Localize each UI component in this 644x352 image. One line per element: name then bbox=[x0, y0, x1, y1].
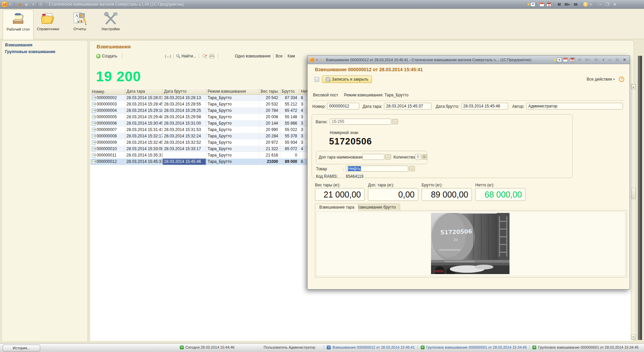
tab-reports[interactable]: A Отчеты bbox=[68, 10, 92, 39]
calendar-icon[interactable]: 31 bbox=[546, 2, 551, 7]
brutto-date-field[interactable]: 28.03.2014 15:45:46 bbox=[461, 103, 508, 109]
column-header[interactable]: Дата брутто bbox=[163, 88, 206, 95]
wagon-field[interactable]: 15-255 bbox=[330, 119, 391, 125]
table-row[interactable]: 000000009 28.03.2014 15:32:45 28.03.2014… bbox=[91, 139, 314, 146]
status-link[interactable]: i Групповое взвешивание 000000001 от 28.… bbox=[418, 345, 530, 349]
save-close-button[interactable]: Записать и закрыть bbox=[322, 76, 372, 83]
memory-m-button[interactable]: M bbox=[555, 1, 562, 8]
dialog-menu-chevron-icon[interactable]: ▾ bbox=[314, 56, 320, 63]
all-actions-button[interactable]: Все действия bbox=[587, 77, 615, 82]
column-header[interactable]: Брутто bbox=[280, 88, 300, 95]
status-link[interactable]: i Взвешивание 000000012 от 28.03.2014 15… bbox=[324, 345, 417, 349]
save-icon[interactable] bbox=[314, 77, 319, 82]
dialog-favorite-star-icon[interactable]: ★ bbox=[320, 56, 323, 63]
main-menu-chevron-icon[interactable]: ▾ bbox=[7, 1, 13, 8]
side-splitter[interactable] bbox=[638, 56, 642, 340]
qty-calc-icon[interactable] bbox=[422, 154, 427, 160]
column-header[interactable]: Номер bbox=[91, 88, 125, 95]
add-favorite-icon[interactable]: ★ bbox=[553, 56, 557, 63]
calculator-icon[interactable] bbox=[539, 2, 544, 7]
table-row[interactable]: 000000010 28.03.2014 15:33:08 28.03.2014… bbox=[91, 146, 314, 152]
print-list-icon[interactable] bbox=[209, 54, 215, 59]
dop-tara-field[interactable] bbox=[362, 154, 384, 160]
mode-one-weighing[interactable]: Одно взвешивание bbox=[235, 54, 271, 58]
close-button[interactable]: ✕ bbox=[611, 1, 619, 8]
more-chevron-icon[interactable]: ▾ bbox=[601, 56, 606, 63]
dialog-maximize-button[interactable]: □ bbox=[613, 56, 621, 63]
wagon-select-button[interactable] bbox=[392, 119, 398, 124]
info-chevron-icon[interactable]: ▾ bbox=[588, 1, 593, 8]
list-toolbar: + Создать (↔) Найти... bbox=[96, 52, 220, 60]
minimize-button[interactable]: – bbox=[596, 1, 604, 8]
column-header[interactable]: Дата тара bbox=[125, 88, 163, 95]
scrollbar-thumb[interactable] bbox=[631, 188, 636, 199]
ramis-value: 65464119 bbox=[346, 174, 364, 179]
scroll-up-icon[interactable]: ▲ bbox=[631, 84, 636, 89]
dialog-command-bar: Записать и закрыть Все действия ? bbox=[314, 75, 624, 83]
add-favorite-icon[interactable]: ★ bbox=[527, 1, 531, 8]
tara-date-field[interactable]: 28.03.2014 15:45:37 bbox=[384, 103, 432, 109]
mode-all[interactable]: Все bbox=[276, 54, 283, 58]
cell-mode: Тара_Брутто bbox=[206, 107, 259, 114]
brutto-weight-label: Брутто (кг): bbox=[422, 183, 442, 187]
table-row[interactable]: 000000002 28.03.2014 15:28:01 28.03.2014… bbox=[91, 95, 314, 101]
find-button[interactable]: Найти... bbox=[176, 54, 196, 58]
table-row[interactable]: 000000011 28.03.2014 15:35:31 Тара_Брутт… bbox=[91, 152, 314, 159]
dop-tara-weight-label: Доп. тара (кг): bbox=[368, 183, 394, 187]
sidebar-item-weighings[interactable]: Взвешивания bbox=[5, 43, 88, 47]
calculator-icon[interactable] bbox=[563, 57, 568, 62]
column-header[interactable]: Вес тары bbox=[259, 88, 280, 95]
nav-history-chevron-icon[interactable]: ▾ bbox=[31, 1, 36, 8]
table-row[interactable]: 000000004 28.03.2014 15:29:18 28.03.2014… bbox=[91, 107, 314, 114]
tovar-field[interactable]: Нефть bbox=[346, 166, 408, 172]
author-field[interactable]: Администратор bbox=[526, 103, 623, 109]
tab-weighing-tara[interactable]: Взвешивание тара bbox=[315, 204, 359, 211]
scroll-down-icon[interactable]: ▼ bbox=[631, 335, 636, 340]
column-header[interactable]: Режим взвешивания bbox=[206, 88, 259, 95]
clear-search-icon[interactable] bbox=[202, 54, 208, 59]
tovar-select-button[interactable] bbox=[409, 166, 415, 171]
document-icon bbox=[92, 134, 96, 138]
main-vertical-scrollbar[interactable]: ▲ ▼ bbox=[631, 84, 636, 340]
table-body: 000000002 28.03.2014 15:28:01 28.03.2014… bbox=[91, 95, 314, 165]
qty-field[interactable]: 0 bbox=[415, 154, 421, 160]
cell-tara-weight: 20 784 bbox=[259, 107, 280, 114]
table-row[interactable]: 000000012 28.03.2014 15:45:37 28.03.2014… bbox=[91, 159, 314, 165]
calendar-icon[interactable]: 31 bbox=[570, 57, 575, 62]
help-button[interactable]: ? bbox=[619, 77, 624, 82]
tools-icon bbox=[103, 11, 118, 26]
info-icon[interactable]: i bbox=[583, 2, 588, 7]
fit-columns-button[interactable]: (↔) bbox=[165, 54, 171, 58]
cell-brutto-date: 28.03.2014 15:29:58 bbox=[163, 114, 206, 120]
selected-text: Нефть bbox=[348, 166, 361, 171]
nav-forward-button[interactable]: ▶ bbox=[23, 1, 31, 8]
favorites-star-icon[interactable]: ☆ bbox=[39, 1, 43, 8]
tab-settings[interactable]: Настройки bbox=[97, 10, 125, 39]
dop-tara-select-button[interactable] bbox=[385, 154, 391, 160]
nav-back-button[interactable]: ◀ bbox=[16, 1, 23, 8]
memory-mminus-button[interactable]: M- bbox=[572, 1, 580, 8]
table-row[interactable]: 000000006 28.03.2014 15:30:45 28.03.2014… bbox=[91, 120, 314, 127]
sidebar-item-group-weighings[interactable]: Групповые взвешивания bbox=[5, 49, 88, 54]
memory-mminus-button[interactable]: M- bbox=[592, 56, 601, 63]
memory-m-button[interactable]: M bbox=[576, 56, 583, 63]
memory-mplus-button[interactable]: M+ bbox=[563, 1, 572, 8]
memory-mplus-button[interactable]: M+ bbox=[583, 56, 593, 63]
number-field[interactable]: 000000012 bbox=[327, 103, 359, 109]
mode-camera[interactable]: Кам bbox=[287, 54, 295, 58]
dialog-close-button[interactable]: ✕ bbox=[621, 56, 628, 63]
table-row[interactable]: 000000008 28.03.2014 15:32:17 28.03.2014… bbox=[91, 133, 314, 139]
tab-catalogs[interactable]: Справочники bbox=[34, 10, 62, 39]
tab-desktop[interactable]: Рабочий стол bbox=[3, 9, 34, 39]
table-row[interactable]: 000000003 28.03.2014 15:28:45 28.03.2014… bbox=[91, 101, 314, 107]
create-button[interactable]: + Создать bbox=[96, 54, 117, 58]
dialog-minimize-button[interactable]: – bbox=[606, 56, 613, 63]
status-link[interactable]: i Групповое взвешивание 000000001 от 28.… bbox=[529, 345, 641, 349]
restore-button[interactable]: ❐ bbox=[604, 1, 611, 8]
table-row[interactable]: 000000005 28.03.2014 15:29:48 28.03.2014… bbox=[91, 114, 314, 120]
tab-weighing-brutto[interactable]: Взвешивание брутто bbox=[353, 204, 400, 211]
table-row[interactable]: 000000007 28.03.2014 15:31:41 28.03.2014… bbox=[91, 127, 314, 133]
tab-desktop-label: Рабочий стол bbox=[5, 27, 32, 32]
cell-tara-weight: 20 532 bbox=[259, 101, 280, 107]
history-button[interactable]: История... bbox=[3, 345, 40, 351]
